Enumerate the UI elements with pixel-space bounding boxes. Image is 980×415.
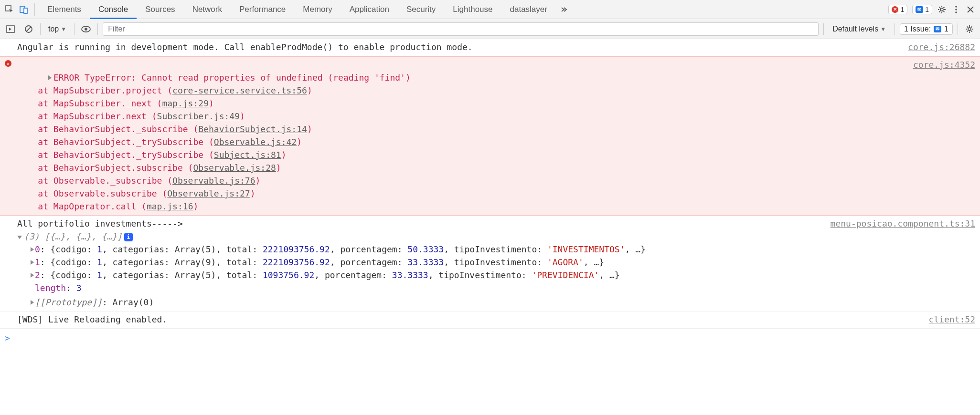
stack-frame: at MapSubscriber.project (core-service.s… xyxy=(17,84,904,97)
context-selector[interactable]: top ▼ xyxy=(45,25,69,33)
chevron-down-icon: ▼ xyxy=(61,26,66,32)
svg-rect-2 xyxy=(24,8,27,13)
log-text: [WDS] Live Reloading enabled. xyxy=(17,313,919,326)
source-link[interactable]: Subject.js:81 xyxy=(214,150,281,160)
console-output: Angular is running in development mode. … xyxy=(0,39,980,347)
tabs-host: ElementsConsoleSourcesNetworkPerformance… xyxy=(39,0,556,19)
console-toolbar: top ▼ Default levels ▼ 1 Issue: ✉ 1 xyxy=(0,19,980,39)
log-text: Angular is running in development mode. … xyxy=(17,41,898,53)
source-link[interactable]: Subscriber.js:49 xyxy=(157,111,240,121)
tab-application[interactable]: Application xyxy=(341,0,398,19)
stack-frame: at Observable._subscribe (Observable.js:… xyxy=(17,174,904,187)
source-link[interactable]: core-service.service.ts:56 xyxy=(172,85,307,95)
stack-frame: at Observable.subscribe (Observable.js:2… xyxy=(17,187,904,200)
error-icon: ✕ xyxy=(5,60,11,67)
error-row: ✕ ERROR TypeError: Cannot read propertie… xyxy=(0,56,980,216)
source-link[interactable]: menu-posicao.component.ts:31 xyxy=(821,217,975,230)
clear-console-icon[interactable] xyxy=(22,22,35,36)
stack-frame: at BehaviorSubject._subscribe (BehaviorS… xyxy=(17,123,904,135)
source-link[interactable]: Observable.js:42 xyxy=(214,137,297,147)
message-count-badge[interactable]: ✉ 1 xyxy=(912,5,932,14)
source-link[interactable]: BehaviorSubject.js:14 xyxy=(198,124,307,134)
source-link[interactable]: map.js:29 xyxy=(162,98,209,108)
tab-network[interactable]: Network xyxy=(184,0,231,19)
log-row: [WDS] Live Reloading enabled. client:52 xyxy=(0,311,980,329)
array-summary: (3) [{…}, {…}, {…}] xyxy=(24,231,122,241)
tab-elements[interactable]: Elements xyxy=(39,0,90,19)
array-length: length: 3 xyxy=(17,281,975,294)
message-icon: ✉ xyxy=(934,26,941,32)
levels-label: Default levels xyxy=(832,25,878,33)
error-count: 1 xyxy=(900,6,904,13)
source-link[interactable]: map.js:16 xyxy=(147,201,193,211)
tab-performance[interactable]: Performance xyxy=(231,0,294,19)
source-link[interactable]: Observable.js:76 xyxy=(172,176,255,186)
issues-label: 1 Issue: xyxy=(904,25,931,33)
kebab-menu-icon[interactable] xyxy=(949,3,963,16)
svg-point-11 xyxy=(968,28,971,31)
divider xyxy=(958,23,958,35)
array-item[interactable]: 0: {codigo: 1, categorias: Array(5), tot… xyxy=(17,243,975,256)
collapse-arrow-icon[interactable] xyxy=(17,236,22,239)
source-link[interactable]: client:52 xyxy=(919,313,975,326)
divider xyxy=(34,3,35,16)
svg-point-3 xyxy=(940,8,943,11)
toggle-sidebar-icon[interactable] xyxy=(4,22,17,36)
stack-frame: at BehaviorSubject.subscribe (Observable… xyxy=(17,161,904,174)
expand-arrow-icon[interactable] xyxy=(31,300,34,305)
array-prototype[interactable]: [[Prototype]]: Array(0) xyxy=(17,296,975,309)
log-row: All portifolio investments-----> menu-po… xyxy=(0,216,980,311)
console-prompt[interactable]: > xyxy=(0,329,980,347)
svg-point-5 xyxy=(955,9,957,10)
array-item[interactable]: 1: {codigo: 1, categorias: Array(9), tot… xyxy=(17,256,975,269)
live-expression-icon[interactable] xyxy=(79,22,93,36)
inspect-icon[interactable] xyxy=(3,3,16,16)
svg-point-4 xyxy=(955,6,957,8)
devtools-tabbar: ElementsConsoleSourcesNetworkPerformance… xyxy=(0,0,980,19)
expand-arrow-icon[interactable] xyxy=(48,75,52,80)
log-levels-selector[interactable]: Default levels ▼ xyxy=(829,25,890,33)
tab-sources[interactable]: Sources xyxy=(137,0,183,19)
info-icon[interactable]: i xyxy=(124,233,133,241)
log-text: All portifolio investments-----> xyxy=(17,217,821,230)
tab-dataslayer[interactable]: dataslayer xyxy=(501,0,556,19)
more-tabs-icon[interactable] xyxy=(557,3,570,16)
source-link[interactable]: core.js:4352 xyxy=(904,58,975,71)
console-settings-icon[interactable] xyxy=(963,22,976,36)
expand-arrow-icon[interactable] xyxy=(31,260,34,265)
error-head: ERROR TypeError: Cannot read properties … xyxy=(53,73,411,83)
error-icon: ✕ xyxy=(892,6,898,13)
divider xyxy=(74,23,75,35)
message-icon: ✉ xyxy=(916,6,923,13)
device-toggle-icon[interactable] xyxy=(17,3,31,16)
array-item[interactable]: 2: {codigo: 1, categorias: Array(5), tot… xyxy=(17,269,975,281)
chevron-down-icon: ▼ xyxy=(880,26,886,32)
source-link[interactable]: Observable.js:28 xyxy=(193,163,276,173)
svg-point-10 xyxy=(85,28,87,31)
close-icon[interactable] xyxy=(964,3,977,16)
issues-button[interactable]: 1 Issue: ✉ 1 xyxy=(900,23,953,35)
context-label: top xyxy=(48,25,59,33)
error-content: ERROR TypeError: Cannot read properties … xyxy=(17,58,904,213)
source-link[interactable]: Observable.js:27 xyxy=(167,188,250,198)
svg-point-6 xyxy=(955,11,957,13)
tab-security[interactable]: Security xyxy=(398,0,444,19)
message-count: 1 xyxy=(925,6,929,13)
source-link[interactable]: core.js:26882 xyxy=(898,41,975,53)
stack-frame: at BehaviorSubject._trySubscribe (Observ… xyxy=(17,135,904,148)
filter-input[interactable] xyxy=(103,22,819,36)
expand-arrow-icon[interactable] xyxy=(31,247,34,252)
tab-memory[interactable]: Memory xyxy=(294,0,341,19)
expand-arrow-icon[interactable] xyxy=(31,273,34,278)
stack-frame: at MapOperator.call (map.js:16) xyxy=(17,200,904,213)
error-count-badge[interactable]: ✕ 1 xyxy=(888,5,907,14)
log-row: Angular is running in development mode. … xyxy=(0,39,980,56)
settings-icon[interactable] xyxy=(935,3,948,16)
tab-lighthouse[interactable]: Lighthouse xyxy=(444,0,501,19)
divider xyxy=(40,23,41,35)
issues-count: 1 xyxy=(944,25,948,33)
divider xyxy=(823,23,824,35)
stack-frame: at MapSubscriber.next (Subscriber.js:49) xyxy=(17,110,904,123)
divider xyxy=(97,23,98,35)
tab-console[interactable]: Console xyxy=(90,0,137,19)
